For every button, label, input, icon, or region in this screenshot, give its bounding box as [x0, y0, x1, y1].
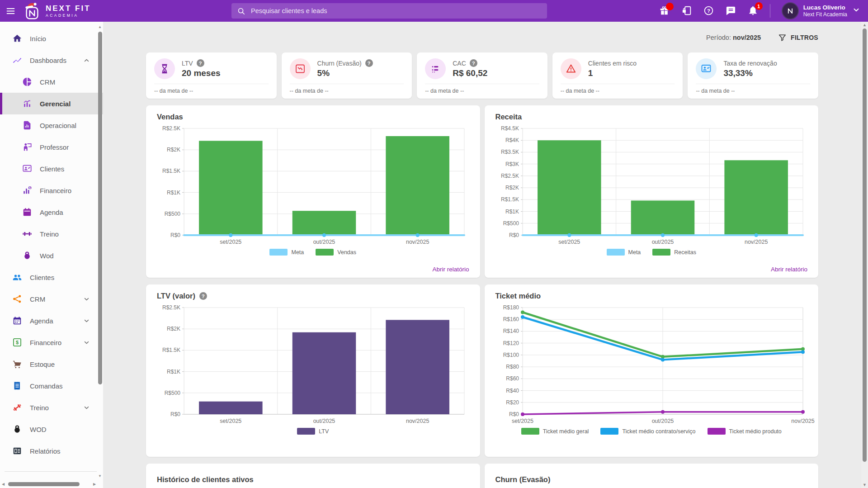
- search-input[interactable]: [251, 7, 542, 14]
- menu-icon[interactable]: [0, 0, 21, 22]
- sidebar-item-clientes[interactable]: Clientes: [0, 158, 103, 180]
- sidebar-scrollbar[interactable]: ▲ ▼: [97, 24, 103, 479]
- chat-icon[interactable]: [726, 5, 736, 16]
- chart-legend: Ticket médio geralTicket médio contrato/…: [495, 428, 808, 435]
- chevron-down-icon[interactable]: [83, 404, 90, 412]
- sidebar-item-financeiro[interactable]: $Financeiro: [0, 332, 103, 353]
- help-icon[interactable]: ?: [365, 59, 373, 67]
- sidebar-item-comandas[interactable]: Comandas: [0, 375, 103, 397]
- sidebar-hscroll-thumb[interactable]: [8, 482, 80, 486]
- svg-text:R$40: R$40: [506, 388, 519, 394]
- chevron-down-icon[interactable]: [83, 317, 90, 325]
- chevron-down-icon[interactable]: [852, 5, 861, 16]
- svg-text:R$500: R$500: [165, 390, 181, 396]
- sidebar-item-wod[interactable]: Wod: [0, 245, 103, 266]
- kpi-value: 5%: [317, 68, 373, 78]
- svg-text:out/2025: out/2025: [651, 418, 674, 424]
- filters-button[interactable]: FILTROS: [778, 33, 818, 42]
- user-name: Lucas Oliverio: [803, 4, 847, 11]
- sidebar-item-professor[interactable]: Professor: [0, 136, 103, 158]
- dashboard-toolbar: Período: nov/2025 FILTROS: [146, 31, 818, 44]
- gift-icon[interactable]: [659, 5, 670, 16]
- sidebar-scroll-thumb[interactable]: [98, 32, 102, 384]
- sidebar-item-gerencial[interactable]: Gerencial: [0, 93, 103, 114]
- open-report-link[interactable]: Abrir relatório: [771, 266, 807, 273]
- help-icon[interactable]: ?: [470, 59, 477, 67]
- sidebar-item-inicio[interactable]: Início: [0, 28, 103, 49]
- svg-text:R$20: R$20: [506, 399, 519, 406]
- svg-text:R$180: R$180: [503, 304, 519, 311]
- help-icon[interactable]: ?: [197, 59, 204, 67]
- chart-card-historico-de-clientes-ativos: Histórico de clientes ativos: [146, 464, 480, 488]
- sidebar-item-treino[interactable]: Treino: [0, 397, 103, 418]
- sidebar-item-label: Wod: [40, 252, 54, 260]
- sidebar-item-label: Comandas: [30, 382, 63, 390]
- sidebar-item-dashboards[interactable]: Dashboards: [0, 49, 103, 71]
- svg-text:R$2K: R$2K: [505, 185, 519, 191]
- sidebar-item-wod[interactable]: WOD: [0, 418, 103, 440]
- svg-text:set/2025: set/2025: [512, 418, 533, 424]
- svg-text:nov/2025: nov/2025: [406, 239, 429, 245]
- header-divider: [770, 4, 770, 18]
- scroll-right-icon[interactable]: ▶: [91, 482, 98, 486]
- sidebar-item-treino[interactable]: Treino: [0, 223, 103, 245]
- svg-text:out/2025: out/2025: [313, 239, 335, 245]
- legend-item: Ticket médio contrato/serviço: [600, 428, 695, 435]
- avatar: [782, 2, 799, 19]
- chart-title: Vendas: [157, 113, 183, 121]
- sidebar-item-agenda[interactable]: Agenda: [0, 310, 103, 332]
- help-icon[interactable]: ?: [703, 5, 714, 16]
- kpi-card-cac: CAC?R$ 60,52-- da meta de --: [417, 52, 547, 99]
- kettlebell-icon: [12, 424, 22, 434]
- sidebar-item-crm[interactable]: CRM: [0, 71, 103, 93]
- sidebar-item-label: Clientes: [40, 165, 64, 173]
- legend-label: Ticket médio produto: [729, 428, 782, 435]
- svg-text:R$3.5K: R$3.5K: [500, 149, 519, 155]
- legend-item: Meta: [607, 249, 641, 256]
- legend-label: LTV: [319, 428, 329, 435]
- sidebar-item-operacional[interactable]: Operacional: [0, 114, 103, 136]
- svg-text:R$1.5K: R$1.5K: [162, 168, 180, 174]
- sidebar-item-clientes[interactable]: Clientes: [0, 266, 103, 288]
- scroll-left-icon[interactable]: ◀: [0, 482, 6, 486]
- scroll-up-icon[interactable]: ▲: [97, 24, 103, 30]
- sidebar-item-crm[interactable]: CRM: [0, 288, 103, 310]
- svg-text:set/2025: set/2025: [220, 239, 241, 245]
- receipt-icon: [12, 381, 22, 391]
- chevron-up-icon[interactable]: [83, 57, 90, 64]
- dumbbell-icon: [22, 229, 32, 239]
- scroll-down-icon[interactable]: ▼: [97, 474, 103, 479]
- bell-icon[interactable]: 1: [748, 5, 759, 16]
- svg-text:R$3K: R$3K: [505, 161, 519, 167]
- user-org: Next Fit Academia: [803, 11, 847, 18]
- device-access-icon[interactable]: [681, 5, 692, 16]
- open-report-link[interactable]: Abrir relatório: [432, 266, 469, 273]
- sidebar-item-relatorios[interactable]: Relatórios: [0, 440, 103, 462]
- svg-text:R$100: R$100: [503, 352, 519, 358]
- kpi-value: R$ 60,52: [453, 68, 487, 78]
- chevron-down-icon[interactable]: [83, 339, 90, 346]
- svg-text:R$4K: R$4K: [505, 137, 519, 143]
- page-scroll-down-icon[interactable]: ▼: [861, 482, 868, 488]
- app-logo[interactable]: NEXT FIT ACADEMIA: [23, 1, 91, 21]
- page-scroll-thumb[interactable]: [863, 28, 867, 462]
- sidebar-item-agenda[interactable]: Agenda: [0, 201, 103, 223]
- sidebar-item-label: Agenda: [30, 317, 53, 325]
- search-icon: [237, 7, 245, 15]
- sidebar: InícioDashboardsCRMGerencialOperacionalP…: [0, 22, 103, 488]
- chevron-down-icon[interactable]: [83, 295, 90, 303]
- page-scroll-up-icon[interactable]: ▲: [861, 22, 868, 28]
- home-icon: [12, 33, 22, 43]
- page-scrollbar[interactable]: ▲ ▼: [861, 22, 868, 488]
- legend-label: Vendas: [337, 249, 356, 256]
- svg-text:R$120: R$120: [503, 340, 519, 346]
- help-icon[interactable]: ?: [199, 292, 207, 300]
- sidebar-item-financeiro[interactable]: $Financeiro: [0, 180, 103, 201]
- sidebar-hscrollbar[interactable]: ◀ ▶: [0, 481, 98, 487]
- pie-chart-icon: [22, 77, 32, 87]
- sidebar-item-estoque[interactable]: Estoque: [0, 353, 103, 375]
- svg-text:R$4.5K: R$4.5K: [500, 125, 519, 132]
- user-menu[interactable]: Lucas Oliverio Next Fit Academia: [782, 2, 861, 19]
- legend-item: Meta: [269, 249, 304, 256]
- svg-text:R$2.5K: R$2.5K: [162, 304, 180, 311]
